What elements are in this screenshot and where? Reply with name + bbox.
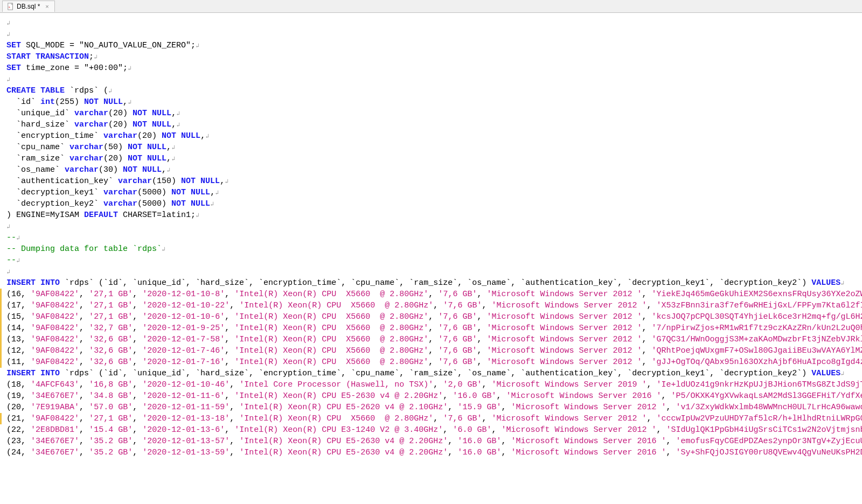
code-line: (19, '34E676E7', '34.8 GB', '2020-12-01-… bbox=[6, 390, 856, 402]
code-line: --↲ bbox=[6, 232, 856, 243]
code-line: `unique_id` varchar(20) NOT NULL,↲ bbox=[6, 108, 856, 119]
code-line: (20, '7E919ABA', '57.0 GB', '2020-12-01-… bbox=[6, 402, 856, 413]
code-line: ↲ bbox=[6, 74, 856, 85]
code-line: CREATE TABLE `rdps` (↲ bbox=[6, 85, 856, 96]
tab-bar: S DB.sql * × bbox=[0, 0, 862, 13]
file-tab[interactable]: S DB.sql * × bbox=[2, 1, 55, 12]
code-line: (16, '9AF08422', '27,1 GB', '2020-12-01-… bbox=[0, 289, 856, 300]
code-line: (22, '2E8DBD81', '15.4 GB', '2020-12-01-… bbox=[6, 424, 856, 436]
code-line: -- Dumping data for table `rdps`↲ bbox=[6, 243, 856, 255]
code-line: (13, '9AF08422', '32,6 GB', '2020-12-01-… bbox=[0, 334, 856, 345]
code-line: SET SQL_MODE = "NO_AUTO_VALUE_ON_ZERO";↲ bbox=[6, 40, 856, 51]
code-line: `cpu_name` varchar(50) NOT NULL,↲ bbox=[6, 142, 856, 153]
code-line: (15, '9AF08422', '27,1 GB', '2020-12-01-… bbox=[0, 311, 856, 323]
code-line: `authentication_key` varchar(150) NOT NU… bbox=[6, 176, 856, 187]
code-line: (24, '34E676E7', '35.2 GB', '2020-12-01-… bbox=[6, 447, 856, 458]
code-line: (17, '9AF08422', '27,1 GB', '2020-12-01-… bbox=[0, 300, 856, 311]
code-line: `os_name` varchar(30) NOT NULL,↲ bbox=[6, 164, 856, 176]
code-line: `decryption_key2` varchar(5000) NOT NULL… bbox=[6, 198, 856, 209]
close-tab-icon[interactable]: × bbox=[44, 3, 50, 10]
code-line: `ram_size` varchar(20) NOT NULL,↲ bbox=[6, 153, 856, 164]
tab-filename: DB.sql * bbox=[17, 3, 40, 10]
code-line: (23, '34E676E7', '35.2 GB', '2020-12-01-… bbox=[6, 436, 856, 447]
code-line: ↲ bbox=[6, 17, 856, 29]
code-line: INSERT INTO `rdps` (`id`, `unique_id`, `… bbox=[6, 368, 856, 379]
code-line: `decryption_key1` varchar(5000) NOT NULL… bbox=[6, 187, 856, 198]
code-line: (12, '9AF08422', '32,6 GB', '2020-12-01-… bbox=[0, 345, 856, 356]
code-line: `hard_size` varchar(20) NOT NULL,↲ bbox=[6, 119, 856, 130]
code-line: `encryption_time` varchar(20) NOT NULL,↲ bbox=[6, 130, 856, 142]
code-line: (11, '9AF08422', '32,6 GB', '2020-12-01-… bbox=[0, 356, 856, 368]
svg-text:S: S bbox=[9, 6, 10, 9]
code-editor[interactable]: ↲↲SET SQL_MODE = "NO_AUTO_VALUE_ON_ZERO"… bbox=[0, 13, 862, 504]
code-line: --↲ bbox=[6, 255, 856, 266]
code-line: (14, '9AF08422', '32,7 GB', '2020-12-01-… bbox=[0, 323, 856, 334]
code-line: `id` int(255) NOT NULL,↲ bbox=[6, 96, 856, 108]
sql-file-icon: S bbox=[7, 3, 15, 10]
code-line: INSERT INTO `rdps` (`id`, `unique_id`, `… bbox=[6, 277, 856, 289]
code-line: (21, '9AF08422', '27,1 GB', '2020-12-01-… bbox=[0, 413, 856, 424]
code-line: ↲ bbox=[6, 29, 856, 40]
code-line: (18, '4AFCF643', '16,8 GB', '2020-12-01-… bbox=[6, 379, 856, 390]
code-line: SET time_zone = "+00:00";↲ bbox=[6, 62, 856, 74]
code-line: START TRANSACTION;↲ bbox=[6, 51, 856, 62]
code-line: ↲ bbox=[6, 221, 856, 232]
code-line: ) ENGINE=MyISAM DEFAULT CHARSET=latin1;↲ bbox=[6, 209, 856, 221]
code-line: ↲ bbox=[6, 266, 856, 277]
